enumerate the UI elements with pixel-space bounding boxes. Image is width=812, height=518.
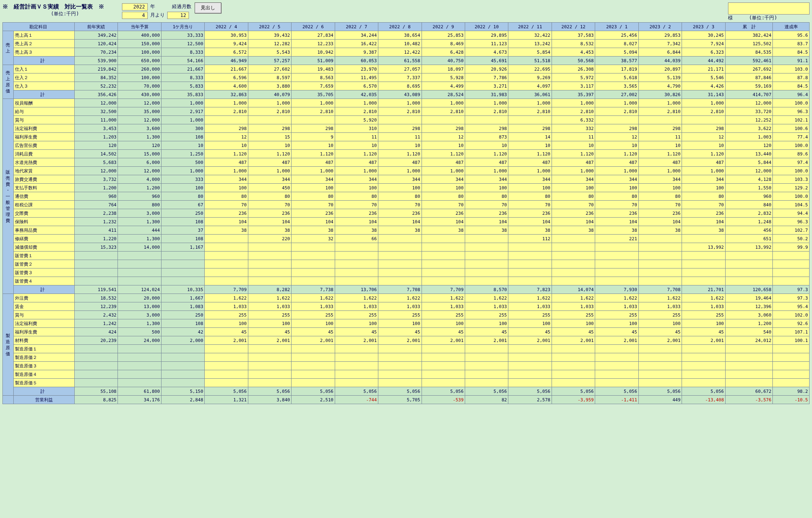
cell: 70 (378, 201, 422, 209)
cell: 255 (292, 311, 335, 319)
cell: 5,056 (378, 387, 422, 396)
month-input[interactable]: 4 (122, 12, 148, 19)
cell: 2,810 (595, 107, 638, 116)
table-row: 売上高３70,234100,0008,3336,5725,54310,9429,… (3, 48, 810, 57)
unit-label: (単位:千円) (51, 10, 120, 17)
cell: 7,738 (292, 285, 335, 294)
cell: 255 (595, 311, 638, 319)
cell (292, 362, 335, 370)
cell: 382,424 (725, 31, 773, 40)
cell: 103.3 (773, 175, 810, 184)
cell (682, 277, 725, 285)
cell: 104 (335, 218, 378, 226)
cell: 102.7 (773, 226, 810, 235)
elapsed-input[interactable]: 12 (167, 12, 189, 19)
row-label: 賞与 (13, 311, 74, 319)
midashi-button[interactable]: 見出し (195, 2, 221, 13)
cell: 344 (205, 175, 248, 184)
cell: 4,097 (508, 82, 552, 90)
category-label (3, 396, 14, 404)
cell (205, 260, 248, 268)
cell: 96.3 (773, 218, 810, 226)
cell: 9,269 (508, 73, 552, 82)
cell (725, 345, 773, 353)
table-row: 賞与11,00012,0001,0005,9206,33212,252102.1 (3, 116, 810, 124)
cell: 5,543 (248, 48, 291, 57)
cell (725, 277, 773, 285)
cell: 221 (595, 235, 638, 243)
cell: 255 (205, 311, 248, 319)
cell: 236 (638, 209, 682, 218)
name-input[interactable] (728, 2, 810, 15)
cell: 100.1 (773, 336, 810, 345)
cell: 220 (248, 235, 291, 243)
cell: 344 (248, 175, 291, 184)
cell (773, 370, 810, 379)
cell: 5,972 (552, 73, 595, 82)
col-header: 勘定科目 (3, 23, 75, 31)
cell: 236 (378, 209, 422, 218)
cell: 38 (292, 226, 335, 235)
cell: 80 (335, 192, 378, 201)
cell (682, 116, 725, 124)
cell: 344 (682, 175, 725, 184)
cell: 5,056 (205, 387, 248, 396)
cell: 40,079 (248, 90, 291, 99)
cell: 120,424 (74, 40, 117, 48)
cell: 344 (292, 175, 335, 184)
cell (595, 260, 638, 268)
cell: 2,001 (248, 336, 291, 345)
cell: 236 (552, 209, 595, 218)
cell: 80 (205, 192, 248, 201)
cell: 13,000 (118, 302, 161, 311)
cell: 108 (161, 235, 204, 243)
table-row: 消耗品費14,50215,0001,2501,1201,1201,1201,12… (3, 150, 810, 158)
table-row: 給与32,50035,0002,9172,8102,8102,8102,8102… (3, 107, 810, 116)
cell: 70 (465, 201, 508, 209)
cell: 1,300 (118, 218, 161, 226)
cell: 38 (378, 226, 422, 235)
cell (773, 268, 810, 277)
cell: 1,622 (552, 294, 595, 302)
cell (378, 277, 422, 285)
cell: 3,271 (465, 82, 508, 90)
cell: 45 (248, 328, 291, 336)
cell: 32 (292, 235, 335, 243)
cell: 46,949 (205, 57, 248, 65)
cell: 1,167 (161, 243, 204, 252)
cell: 42 (161, 328, 204, 336)
cell: 61,558 (378, 57, 422, 65)
cell: 31,983 (465, 90, 508, 99)
cell: 1,622 (248, 294, 291, 302)
cell: 100 (292, 319, 335, 328)
cell (465, 116, 508, 124)
table-row: 計356,426430,00035,83332,86340,07935,7054… (3, 90, 810, 99)
row-label: 製造原価５ (13, 379, 74, 387)
cell: 1,000 (465, 167, 508, 175)
cell: 38 (595, 226, 638, 235)
cell (161, 277, 204, 285)
cell: 1,000 (378, 167, 422, 175)
cell: 255 (682, 311, 725, 319)
cell (773, 379, 810, 387)
category-label: 製造原価 (3, 294, 14, 396)
year-input[interactable]: 2022 (122, 3, 148, 10)
cell (335, 362, 378, 370)
cell: 82 (465, 396, 508, 404)
cell: 300 (161, 124, 204, 133)
cell: 1,000 (595, 99, 638, 107)
cell: 8,469 (422, 40, 465, 48)
cell: 100 (682, 184, 725, 192)
cell: 94.4 (773, 209, 810, 218)
cell: 2,001 (465, 336, 508, 345)
cell: 1,200 (725, 319, 773, 328)
cell (465, 379, 508, 387)
cell: 100 (335, 184, 378, 192)
row-label: 消耗品費 (13, 150, 74, 158)
cell: 5,056 (595, 387, 638, 396)
cell (725, 353, 773, 362)
cell: 1,120 (682, 150, 725, 158)
cell: 2,810 (638, 107, 682, 116)
col-header: 達成率 (773, 23, 810, 31)
table-row: 広告宣伝費12012010101010101010101010101010120… (3, 141, 810, 150)
